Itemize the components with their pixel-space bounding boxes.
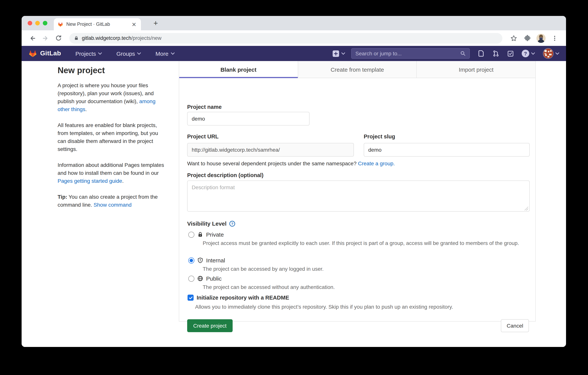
radio-private[interactable] xyxy=(188,232,194,238)
chevron-down-icon xyxy=(98,52,102,55)
cancel-button[interactable]: Cancel xyxy=(501,319,529,332)
pages-guide-link[interactable]: Pages getting started guide xyxy=(58,178,122,184)
project-description-label: Project description (optional) xyxy=(187,172,263,178)
browser-toolbar: gitlab.widgetcorp.tech/projects/new xyxy=(21,30,566,46)
create-project-button[interactable]: Create project xyxy=(187,319,233,332)
page-content: New project A project is where you house… xyxy=(21,61,566,347)
visibility-option-public[interactable]: Public xyxy=(188,275,222,282)
window-close-button[interactable] xyxy=(28,21,32,25)
search-input[interactable]: Search or jump to... xyxy=(351,48,470,59)
gitlab-navbar: GitLab Projects Groups More xyxy=(21,46,566,61)
forward-icon[interactable] xyxy=(41,33,50,43)
visibility-option-private[interactable]: Private xyxy=(188,231,224,238)
chevron-down-icon xyxy=(137,52,141,55)
radio-internal[interactable] xyxy=(188,257,194,263)
create-group-link[interactable]: Create a group. xyxy=(358,160,395,166)
readme-checkbox[interactable] xyxy=(188,295,194,301)
extensions-icon[interactable] xyxy=(523,33,532,43)
sidebar-paragraph: All features are enabled for blank proje… xyxy=(58,121,166,153)
window-controls xyxy=(28,21,47,25)
menu-groups[interactable]: Groups xyxy=(116,50,141,57)
help-menu[interactable]: ? xyxy=(522,50,535,57)
chevron-down-icon xyxy=(171,52,174,55)
readme-label: Initialize repository with a README xyxy=(197,295,289,301)
merge-requests-icon[interactable] xyxy=(493,50,499,57)
show-command-link[interactable]: Show command xyxy=(94,202,132,208)
user-menu[interactable] xyxy=(543,48,559,59)
plus-menu-icon xyxy=(333,50,339,57)
navbar-menu: Projects Groups More xyxy=(75,50,174,57)
gitlab-logo[interactable]: GitLab xyxy=(28,49,61,58)
chevron-down-icon xyxy=(531,52,535,55)
textarea-resize-handle[interactable] xyxy=(524,207,528,210)
browser-tab[interactable]: New Project · GitLab ✕ xyxy=(54,18,141,30)
chevron-down-icon xyxy=(556,52,559,55)
url-text: gitlab.widgetcorp.tech/projects/new xyxy=(82,35,161,41)
user-avatar xyxy=(543,48,554,59)
chevron-down-icon xyxy=(341,52,345,55)
profile-avatar[interactable] xyxy=(536,33,546,43)
star-icon[interactable] xyxy=(509,33,518,43)
lock-icon xyxy=(74,36,79,41)
project-slug-label: Project slug xyxy=(364,133,395,140)
check-icon xyxy=(189,296,193,300)
project-description-input[interactable] xyxy=(187,180,530,211)
project-name-input[interactable] xyxy=(187,112,310,125)
visibility-option-internal[interactable]: Internal xyxy=(188,257,225,264)
back-icon[interactable] xyxy=(28,33,37,43)
menu-kebab-icon[interactable] xyxy=(550,33,559,43)
new-tab-button[interactable]: + xyxy=(150,17,161,29)
initialize-readme-option[interactable]: Initialize repository with a README xyxy=(188,295,289,301)
visibility-description-public: The project can be accessed without any … xyxy=(203,283,527,291)
brand-name: GitLab xyxy=(40,50,61,57)
project-slug-input[interactable] xyxy=(364,143,530,157)
window-minimize-button[interactable] xyxy=(35,21,40,25)
svg-text:?: ? xyxy=(231,222,233,226)
namespace-hint: Want to house several dependent projects… xyxy=(187,160,395,166)
new-menu-button[interactable] xyxy=(333,50,345,57)
sidebar-paragraph: A project is where you house your files … xyxy=(58,81,166,113)
help-question-icon[interactable]: ? xyxy=(229,221,235,227)
sidebar-paragraph: Information about additional Pages templ… xyxy=(58,161,166,185)
visibility-description-private: Project access must be granted explicitl… xyxy=(203,239,527,247)
page-title: New project xyxy=(58,66,166,76)
menu-more[interactable]: More xyxy=(156,50,174,57)
tab-title: New Project · GitLab xyxy=(66,22,131,27)
tanuki-icon xyxy=(28,49,37,58)
project-type-tabs: Blank project Create from template Impor… xyxy=(179,61,535,78)
visibility-description-internal: The project can be accessed by any logge… xyxy=(203,265,527,273)
gitlab-favicon xyxy=(58,22,63,27)
issues-icon[interactable] xyxy=(478,50,484,57)
form-actions: Create project Cancel xyxy=(187,319,529,332)
browser-window: New Project · GitLab ✕ + gitlab.widgetco… xyxy=(21,16,566,347)
navbar-icons: ? xyxy=(478,48,559,59)
url-bar[interactable]: gitlab.widgetcorp.tech/projects/new xyxy=(69,33,502,44)
tab-create-from-template[interactable]: Create from template xyxy=(298,61,417,78)
visibility-level-label: Visibility Level ? xyxy=(187,220,235,227)
lock-icon xyxy=(197,232,203,237)
tab-close-icon[interactable]: ✕ xyxy=(131,21,137,28)
project-url-input[interactable] xyxy=(187,143,354,157)
screen: New Project · GitLab ✕ + gitlab.widgetco… xyxy=(0,0,588,375)
tab-blank-project[interactable]: Blank project xyxy=(179,61,298,78)
tab-import-project[interactable]: Import project xyxy=(417,61,535,78)
globe-icon xyxy=(197,276,203,281)
help-icon: ? xyxy=(522,50,529,57)
shield-icon xyxy=(197,257,203,263)
readme-description: Allows you to immediately clone this pro… xyxy=(195,303,521,311)
sidebar-tip: Tip: You can also create a project from … xyxy=(58,193,166,209)
project-name-label: Project name xyxy=(187,104,222,110)
reload-icon[interactable] xyxy=(54,33,63,43)
browser-tab-strip: New Project · GitLab ✕ + xyxy=(21,16,566,30)
menu-projects[interactable]: Projects xyxy=(75,50,102,57)
new-project-panel: Blank project Create from template Impor… xyxy=(179,61,536,321)
search-icon xyxy=(460,51,466,56)
sidebar-explainer: New project A project is where you house… xyxy=(58,62,166,217)
window-zoom-button[interactable] xyxy=(43,21,47,25)
radio-public[interactable] xyxy=(188,276,194,282)
project-url-label: Project URL xyxy=(187,133,219,140)
todos-icon[interactable] xyxy=(507,50,514,57)
search-placeholder: Search or jump to... xyxy=(355,50,460,56)
